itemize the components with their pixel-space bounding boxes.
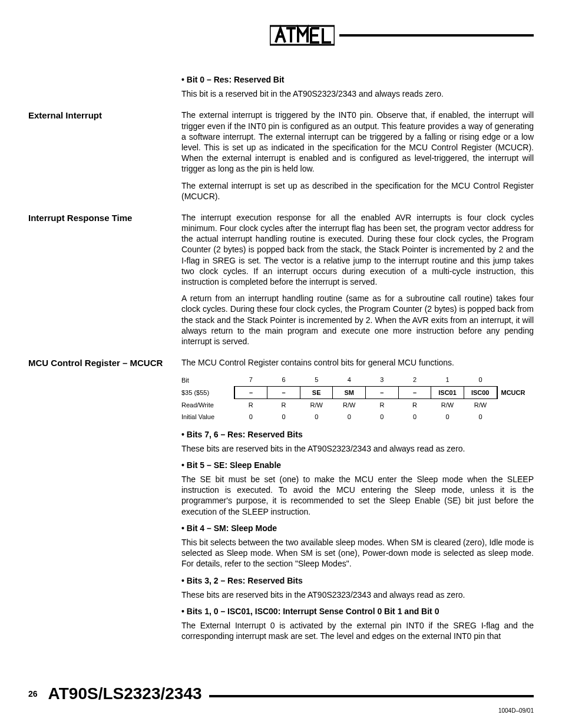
bullet-heading: Bit 0 – Res: Reserved Bit <box>181 74 534 85</box>
section-heading: Interrupt Response Time <box>28 212 176 224</box>
bullet-heading: Bits 3, 2 – Res: Reserved Bits <box>181 575 534 586</box>
row-label: Bit <box>181 374 234 386</box>
header-row <box>28 24 534 47</box>
document-title: AT90S/LS2323/2343 <box>48 683 202 704</box>
bit-name: SM <box>333 386 366 398</box>
bit-number: 0 <box>464 374 497 386</box>
section-body: Bit 0 – Res: Reserved BitThis bit is a r… <box>181 71 534 105</box>
section-body: The external interrupt is triggered by t… <box>181 110 534 207</box>
header-rule <box>339 34 534 37</box>
bit-name: – <box>398 386 431 398</box>
bit-number: 2 <box>398 374 431 386</box>
bit-number: 1 <box>431 374 464 386</box>
section-heading-cell: MCU Control Register – MCUCR <box>28 357 181 647</box>
register-name: MCUCR <box>497 386 534 398</box>
rw-cell: R <box>366 398 399 411</box>
bit-number: 6 <box>267 374 300 386</box>
init-cell: 0 <box>398 411 431 423</box>
rw-cell: R <box>234 398 267 411</box>
section: MCU Control Register – MCUCRThe MCU Cont… <box>28 357 534 647</box>
paragraph: The External Interrupt 0 is activated by… <box>181 620 534 641</box>
section-heading-cell: Interrupt Response Time <box>28 212 181 353</box>
bullet-heading: Bit 5 – SE: Sleep Enable <box>181 460 534 470</box>
section-body: The MCU Control Register contains contro… <box>181 357 534 647</box>
bullet-heading: Bits 1, 0 – ISC01, ISC00: Interrupt Sens… <box>181 606 534 617</box>
section: External InterruptThe external interrupt… <box>28 110 534 207</box>
init-cell: 0 <box>366 411 399 423</box>
bit-name: – <box>267 386 300 398</box>
init-cell: 0 <box>464 411 497 423</box>
bullet-heading: Bits 7, 6 – Res: Reserved Bits <box>181 429 534 440</box>
paragraph: The MCU Control Register contains contro… <box>181 357 534 368</box>
paragraph: The SE bit must be set (one) to make the… <box>181 474 534 517</box>
bullet-heading: Bit 4 – SM: Sleep Mode <box>181 523 534 533</box>
paragraph: This bit is a reserved bit in the AT90S2… <box>181 88 534 99</box>
footer-rule <box>209 695 534 697</box>
paragraph: A return from an interrupt handling rout… <box>181 293 534 347</box>
page-number: 26 <box>28 689 38 699</box>
paragraph: These bits are reserved bits in the AT90… <box>181 589 534 600</box>
section-heading-cell <box>28 71 181 105</box>
page-content: Bit 0 – Res: Reserved BitThis bit is a r… <box>28 71 534 648</box>
section: Bit 0 – Res: Reserved BitThis bit is a r… <box>28 71 534 105</box>
atmel-logo <box>270 24 335 47</box>
init-cell: 0 <box>333 411 366 423</box>
register-table: Bit76543210$35 ($55)––SESM––ISC01ISC00MC… <box>181 374 534 423</box>
bit-name: SE <box>300 386 333 398</box>
bit-number: 5 <box>300 374 333 386</box>
bit-name: ISC01 <box>431 386 464 398</box>
row-label: $35 ($55) <box>181 386 234 398</box>
paragraph: The external interrupt is set up as desc… <box>181 180 534 202</box>
rw-cell: R/W <box>431 398 464 411</box>
bit-name: – <box>234 386 267 398</box>
bit-number: 3 <box>366 374 399 386</box>
rw-cell: R <box>398 398 431 411</box>
init-cell: 0 <box>300 411 333 423</box>
document-number: 1004D–09/01 <box>28 707 534 714</box>
footer: 26 AT90S/LS2323/2343 <box>28 683 534 704</box>
init-cell: 0 <box>267 411 300 423</box>
paragraph: These bits are reserved bits in the AT90… <box>181 443 534 454</box>
init-cell: 0 <box>234 411 267 423</box>
bit-number: 4 <box>333 374 366 386</box>
section-body: The interrupt execution response for all… <box>181 212 534 353</box>
rw-cell: R <box>267 398 300 411</box>
section-heading-cell: External Interrupt <box>28 110 181 207</box>
section-heading: External Interrupt <box>28 110 176 121</box>
rw-cell: R/W <box>464 398 497 411</box>
rw-cell: R/W <box>333 398 366 411</box>
paragraph: The interrupt execution response for all… <box>181 212 534 287</box>
init-cell: 0 <box>431 411 464 423</box>
row-label: Initial Value <box>181 411 234 423</box>
bit-name: ISC00 <box>464 386 497 398</box>
paragraph: The external interrupt is triggered by t… <box>181 110 534 174</box>
section: Interrupt Response TimeThe interrupt exe… <box>28 212 534 353</box>
rw-cell: R/W <box>300 398 333 411</box>
bit-name: – <box>366 386 399 398</box>
row-label: Read/Write <box>181 398 234 411</box>
section-heading: MCU Control Register – MCUCR <box>28 357 176 369</box>
bit-number: 7 <box>234 374 267 386</box>
paragraph: This bit selects between the two availab… <box>181 537 534 569</box>
